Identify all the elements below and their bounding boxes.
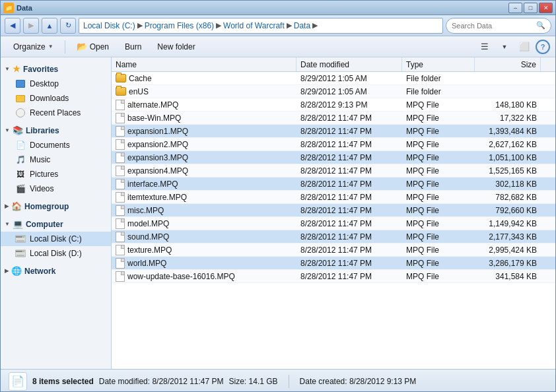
file-date: 8/28/2012 11:47 PM bbox=[296, 191, 402, 203]
col-header-date[interactable]: Date modified bbox=[296, 57, 402, 71]
file-date: 8/28/2012 11:47 PM bbox=[296, 257, 402, 269]
file-size bbox=[475, 72, 541, 84]
sidebar-item-downloads[interactable]: Downloads bbox=[1, 91, 111, 106]
computer-label: Computer bbox=[26, 220, 63, 229]
file-type: MPQ File bbox=[402, 244, 475, 256]
file-size: 1,051,100 KB bbox=[475, 151, 541, 164]
computer-icon: 💻 bbox=[13, 219, 23, 229]
search-box[interactable]: 🔍 bbox=[446, 18, 551, 34]
organize-button[interactable]: Organize ▼ bbox=[6, 38, 61, 55]
desktop-icon bbox=[15, 79, 26, 89]
file-name-cell: expansion4.MPQ bbox=[112, 164, 296, 177]
toolbar-right: ☰ ▼ ⬜ ? bbox=[476, 38, 550, 55]
open-button[interactable]: 📂 Open bbox=[69, 38, 116, 55]
table-row[interactable]: itemtexture.MPQ8/28/2012 11:47 PMMPQ Fil… bbox=[112, 191, 555, 204]
table-row[interactable]: texture.MPQ8/28/2012 11:47 PMMPQ File2,9… bbox=[112, 244, 555, 257]
table-row[interactable]: expansion2.MPQ8/28/2012 11:47 PMMPQ File… bbox=[112, 138, 555, 151]
sidebar-header-network[interactable]: ▶ 🌐 Network bbox=[1, 263, 111, 278]
status-bar: 📄 8 items selected Date modified: 8/28/2… bbox=[1, 369, 555, 392]
sidebar-header-homegroup[interactable]: ▶ 🏠 Homegroup bbox=[1, 199, 111, 214]
refresh-button[interactable]: ↻ bbox=[60, 18, 76, 34]
sidebar-header-computer[interactable]: ▼ 💻 Computer bbox=[1, 216, 111, 232]
new-folder-button[interactable]: New folder bbox=[150, 38, 202, 55]
music-icon: 🎵 bbox=[15, 154, 26, 165]
status-date-created: Date created: 8/28/2012 9:13 PM bbox=[300, 377, 417, 386]
sidebar-item-localdisk-c[interactable]: Local Disk (C:) bbox=[1, 232, 111, 246]
sidebar-item-desktop[interactable]: Desktop bbox=[1, 77, 111, 91]
table-row[interactable]: wow-update-base-16016.MPQ8/28/2012 11:47… bbox=[112, 270, 555, 283]
breadcrumb-data[interactable]: Data bbox=[294, 21, 310, 30]
view-dropdown-button[interactable]: ▼ bbox=[496, 38, 513, 55]
col-header-name[interactable]: Name bbox=[112, 57, 296, 71]
localdisk-c-label: Local Disk (C:) bbox=[30, 234, 82, 244]
maximize-button[interactable]: □ bbox=[524, 3, 538, 13]
col-header-size[interactable]: Size bbox=[475, 57, 541, 71]
sidebar-item-videos[interactable]: 🎬 Videos bbox=[1, 181, 111, 196]
col-header-type[interactable]: Type bbox=[402, 57, 475, 71]
table-row[interactable]: model.MPQ8/28/2012 11:47 PMMPQ File1,149… bbox=[112, 217, 555, 230]
close-button[interactable]: ✕ bbox=[539, 3, 553, 13]
status-date-modified: Date modified: 8/28/2012 11:47 PM bbox=[99, 377, 224, 386]
file-type: MPQ File bbox=[402, 138, 475, 150]
sidebar-item-music[interactable]: 🎵 Music bbox=[1, 152, 111, 167]
svg-rect-5 bbox=[16, 251, 22, 252]
file-type: MPQ File bbox=[402, 217, 475, 230]
table-row[interactable]: misc.MPQ8/28/2012 11:47 PMMPQ File792,66… bbox=[112, 204, 555, 217]
sidebar-header-favorites[interactable]: ▼ ★ Favorites bbox=[1, 61, 111, 77]
forward-button[interactable]: ▶ bbox=[23, 18, 39, 34]
help-button[interactable]: ? bbox=[536, 40, 550, 54]
table-row[interactable]: sound.MPQ8/28/2012 11:47 PMMPQ File2,177… bbox=[112, 230, 555, 244]
status-selected-count: 8 items selected bbox=[32, 377, 94, 386]
svg-rect-3 bbox=[17, 240, 24, 242]
search-input[interactable] bbox=[452, 22, 534, 30]
file-size: 1,525,165 KB bbox=[475, 164, 541, 177]
file-date: 8/29/2012 1:05 AM bbox=[296, 85, 402, 98]
file-size: 341,584 KB bbox=[475, 270, 541, 282]
breadcrumb-localdisk[interactable]: Local Disk (C:) bbox=[83, 21, 135, 30]
address-bar: ◀ ▶ ▲ ↻ Local Disk (C:) ▶ Program Files … bbox=[1, 15, 555, 36]
file-icon bbox=[116, 192, 125, 203]
downloads-label: Downloads bbox=[30, 94, 69, 103]
preview-pane-button[interactable]: ⬜ bbox=[516, 38, 533, 55]
sidebar-item-localdisk-d[interactable]: Local Disk (D:) bbox=[1, 246, 111, 261]
table-row[interactable]: interface.MPQ8/28/2012 11:47 PMMPQ File3… bbox=[112, 178, 555, 191]
window-icon: 📁 bbox=[3, 3, 14, 13]
sidebar-item-recent[interactable]: Recent Places bbox=[1, 106, 111, 120]
downloads-icon bbox=[15, 93, 26, 104]
file-name: expansion3.MPQ bbox=[127, 153, 188, 162]
up-button[interactable]: ▲ bbox=[42, 18, 57, 34]
table-row[interactable]: expansion4.MPQ8/28/2012 11:47 PMMPQ File… bbox=[112, 164, 555, 178]
minimize-button[interactable]: – bbox=[508, 3, 522, 13]
breadcrumb-programfiles[interactable]: Program Files (x86) bbox=[145, 21, 214, 30]
file-icon bbox=[116, 113, 125, 123]
file-date: 8/28/2012 11:47 PM bbox=[296, 164, 402, 177]
status-separator bbox=[289, 375, 289, 388]
back-button[interactable]: ◀ bbox=[5, 18, 20, 34]
network-label: Network bbox=[24, 267, 55, 276]
title-text: Data bbox=[17, 4, 32, 12]
sidebar-item-pictures[interactable]: 🖼 Pictures bbox=[1, 167, 111, 181]
table-row[interactable]: alternate.MPQ8/28/2012 9:13 PMMPQ File14… bbox=[112, 98, 555, 112]
breadcrumb[interactable]: Local Disk (C:) ▶ Program Files (x86) ▶ … bbox=[79, 18, 443, 34]
table-row[interactable]: Cache8/29/2012 1:05 AMFile folder bbox=[112, 72, 555, 85]
favorites-star-icon: ★ bbox=[13, 64, 20, 74]
breadcrumb-wow[interactable]: World of Warcraft bbox=[223, 21, 285, 30]
table-row[interactable]: base-Win.MPQ8/28/2012 11:47 PMMPQ File17… bbox=[112, 112, 555, 125]
file-name: expansion1.MPQ bbox=[127, 127, 188, 136]
burn-button[interactable]: Burn bbox=[118, 38, 149, 55]
file-size bbox=[475, 85, 541, 98]
file-type: MPQ File bbox=[402, 125, 475, 137]
file-size: 3,286,179 KB bbox=[475, 257, 541, 269]
file-name-cell: misc.MPQ bbox=[112, 204, 296, 216]
table-row[interactable]: expansion1.MPQ8/28/2012 11:47 PMMPQ File… bbox=[112, 125, 555, 138]
table-row[interactable]: enUS8/29/2012 1:05 AMFile folder bbox=[112, 85, 555, 98]
table-row[interactable]: expansion3.MPQ8/28/2012 11:47 PMMPQ File… bbox=[112, 151, 555, 164]
sidebar-header-libraries[interactable]: ▼ 📚 Libraries bbox=[1, 123, 111, 138]
file-size: 1,149,942 KB bbox=[475, 217, 541, 230]
file-rows-container: Cache8/29/2012 1:05 AMFile folderenUS8/2… bbox=[112, 72, 555, 283]
recent-icon bbox=[15, 108, 26, 118]
view-details-button[interactable]: ☰ bbox=[476, 38, 493, 55]
table-row[interactable]: world.MPQ8/28/2012 11:47 PMMPQ File3,286… bbox=[112, 257, 555, 270]
sidebar-item-documents[interactable]: 📄 Documents bbox=[1, 138, 111, 152]
homegroup-icon: 🏠 bbox=[11, 201, 22, 211]
